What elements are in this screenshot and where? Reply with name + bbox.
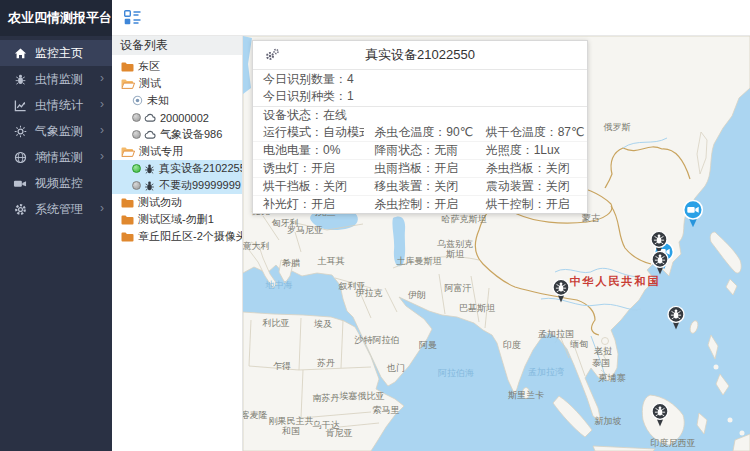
stat-label: 降雨状态 [374, 143, 422, 157]
sidebar-item-label: 气象监测 [35, 123, 83, 140]
insect-marker[interactable] [651, 402, 670, 431]
folder-icon [121, 62, 134, 72]
settings-icon[interactable] [263, 48, 280, 62]
device-item-label: 测试区域-勿删1 [138, 212, 214, 227]
device-item-test-no-touch[interactable]: 测试勿动 [112, 194, 242, 211]
device-item-label: 测试 [139, 76, 161, 91]
device-stat: 烘干仓温度：87℃ [476, 124, 587, 141]
stat-label: 补光灯 [263, 197, 299, 211]
stat-label: 移虫装置 [374, 179, 422, 193]
stat-label: 设备状态 [263, 108, 311, 122]
stat-label: 虫雨挡板 [374, 161, 422, 175]
sidebar-item-label: 监控主页 [35, 45, 83, 62]
stat-value: 在线 [323, 108, 347, 122]
device-info-popup: 真实设备21022550 今日识别数量：4今日识别种类：1 设备状态：在线运行模… [252, 40, 588, 214]
device-item-label: 未知 [147, 93, 169, 108]
popup-summary-row: 今日识别数量：4 [253, 71, 587, 88]
stat-value: 1 [347, 89, 354, 103]
chevron-right-icon: › [100, 123, 104, 137]
status-gray-dot [132, 113, 141, 122]
sidebar-menu: 监控主页虫情监测›虫情统计›气象监测›墒情监测›视频监控系统管理› [0, 36, 112, 222]
folder-open-icon [121, 79, 135, 89]
device-stat: 补光灯：开启 [253, 196, 364, 213]
insect-marker[interactable] [552, 278, 571, 307]
stat-label: 震动装置 [486, 179, 534, 193]
weather-icon [13, 124, 27, 138]
device-stat: 烘干控制：开启 [476, 196, 587, 213]
stat-value: 开启 [546, 197, 570, 211]
device-item-unknown[interactable]: 未知 [112, 92, 242, 109]
sidebar-item-label: 虫情统计 [35, 97, 83, 114]
device-tree: 东区测试未知20000002气象设备986测试专用真实设备21022550不要动… [112, 55, 242, 245]
device-stat: 虫雨挡板：开启 [364, 160, 475, 177]
device-item-label: 章丘阳丘区-2个摄像头 [138, 229, 242, 244]
globe-icon [13, 150, 27, 164]
sidebar-item-monitor-home[interactable]: 监控主页 [0, 40, 112, 66]
popup-grid-row: 电池电量：0%降雨状态：无雨光照度：1Lux [253, 141, 587, 159]
device-status-row: 设备状态：在线 [253, 107, 587, 124]
device-item-test-special[interactable]: 测试专用 [112, 143, 242, 160]
stat-value: 开启 [434, 161, 458, 175]
device-stat: 运行模式：自动模式 [253, 124, 364, 141]
stat-label: 杀虫仓温度 [374, 125, 434, 139]
device-item-label: 东区 [138, 59, 160, 74]
sidebar-item-system-manage[interactable]: 系统管理› [0, 196, 112, 222]
sidebar: 农业四情测报平台 监控主页虫情监测›虫情统计›气象监测›墒情监测›视频监控系统管… [0, 0, 112, 451]
device-item-test-region[interactable]: 测试区域-勿删1 [112, 211, 242, 228]
device-item-device-99999999[interactable]: 不要动99999999 [112, 177, 242, 194]
stat-label: 今日识别种类 [263, 89, 335, 103]
stat-value: 开启 [311, 161, 335, 175]
popup-grid-row: 诱虫灯：开启虫雨挡板：开启杀虫挡板：关闭 [253, 159, 587, 177]
device-item-zhangqiu-cameras[interactable]: 章丘阳丘区-2个摄像头 [112, 228, 242, 245]
sidebar-item-soil-monitor[interactable]: 墒情监测› [0, 144, 112, 170]
device-item-weather-986[interactable]: 气象设备986 [112, 126, 242, 143]
insect-marker[interactable] [667, 305, 686, 334]
chevron-right-icon: › [100, 71, 104, 85]
sidebar-item-label: 视频监控 [35, 175, 83, 192]
device-stat: 震动装置：关闭 [476, 178, 587, 195]
insect-marker[interactable] [651, 250, 670, 279]
device-item-label: 20000002 [160, 112, 209, 124]
stat-label: 诱虫灯 [263, 161, 299, 175]
stat-value: 0% [323, 143, 340, 157]
bug-device-icon [144, 163, 155, 175]
popup-summary-row: 今日识别种类：1 [253, 88, 587, 105]
chevron-right-icon: › [100, 149, 104, 163]
device-stat: 杀虫仓温度：90℃ [364, 124, 475, 141]
sidebar-item-label: 虫情监测 [35, 71, 83, 88]
device-item-zone-east[interactable]: 东区 [112, 58, 242, 75]
folder-icon [121, 215, 134, 225]
stat-label: 烘干仓温度 [486, 125, 546, 139]
map-canvas[interactable]: 俄罗斯蒙古中华人民共和国乌克兰哈萨克斯坦捷克匈牙利罗马尼亚意大利希腊土耳其地中海… [243, 36, 750, 451]
sidebar-item-insect-stats[interactable]: 虫情统计› [0, 92, 112, 118]
device-stat: 降雨状态：无雨 [364, 142, 475, 159]
device-list-panel: 设备列表 东区测试未知20000002气象设备986测试专用真实设备210225… [112, 36, 243, 451]
stat-label: 杀虫挡板 [486, 161, 534, 175]
stat-value: 关闭 [546, 161, 570, 175]
stat-label: 运行模式 [263, 125, 311, 139]
popup-detail-grid: 设备状态：在线运行模式：自动模式杀虫仓温度：90℃烘干仓温度：87℃电池电量：0… [253, 107, 587, 213]
device-item-test[interactable]: 测试 [112, 75, 242, 92]
tree-toggle-icon[interactable] [124, 10, 141, 25]
device-item-device-20000002[interactable]: 20000002 [112, 109, 242, 126]
stat-label: 烘干控制 [486, 197, 534, 211]
popup-summary: 今日识别数量：4今日识别种类：1 [253, 70, 587, 107]
device-item-device-21022550[interactable]: 真实设备21022550 [112, 160, 242, 177]
status-gray-dot [132, 130, 141, 139]
device-stat: 光照度：1Lux [476, 142, 587, 159]
video-marker[interactable] [682, 199, 705, 232]
chart-icon [13, 98, 27, 112]
device-stat: 杀虫控制：开启 [364, 196, 475, 213]
sidebar-item-weather-monitor[interactable]: 气象监测› [0, 118, 112, 144]
folder-icon [121, 198, 134, 208]
stat-label: 今日识别数量 [263, 72, 335, 86]
sidebar-item-insect-monitor[interactable]: 虫情监测› [0, 66, 112, 92]
location-icon [132, 95, 143, 106]
device-item-label: 测试勿动 [138, 195, 182, 210]
bug-icon [13, 72, 27, 86]
sidebar-item-video-monitor[interactable]: 视频监控 [0, 170, 112, 196]
status-gray-dot [132, 181, 141, 190]
stat-value: 关闭 [546, 179, 570, 193]
device-list-title: 设备列表 [112, 36, 242, 55]
bug-device-icon [144, 180, 155, 192]
